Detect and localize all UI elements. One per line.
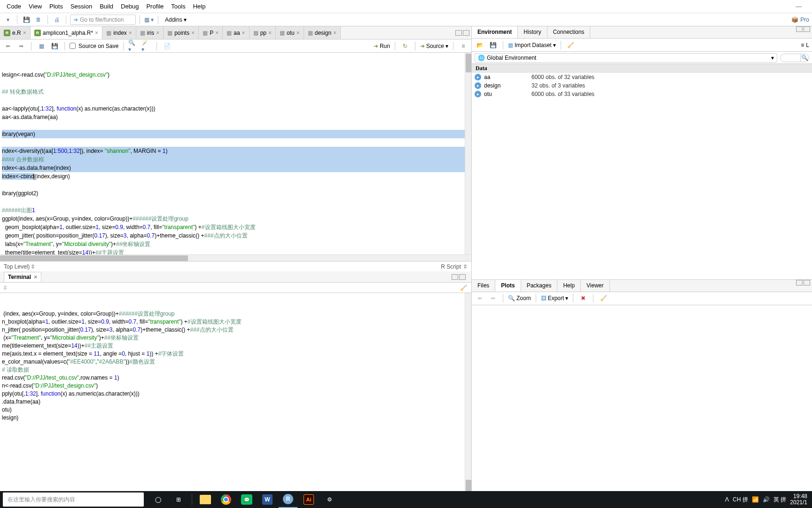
close-icon[interactable]: × [95, 30, 98, 36]
file-explorer-icon[interactable] [196, 491, 215, 508]
tab-connections[interactable]: Connections [547, 26, 591, 38]
tab-otu[interactable]: ▦otu× [276, 26, 304, 39]
terminal-tab[interactable]: Terminal × [4, 272, 41, 282]
language-indicator[interactable]: 英 拼 [773, 496, 786, 504]
menu-profile[interactable]: Profile [142, 1, 167, 12]
wechat-icon[interactable]: 💬 [237, 491, 256, 508]
new-file-icon[interactable]: ▾ [3, 15, 13, 25]
import-dataset-button[interactable]: ▦Import Dataset▾ [508, 42, 556, 48]
tray-chevron-icon[interactable]: ᐱ [725, 496, 729, 503]
maximize-pane-icon[interactable] [804, 26, 810, 32]
expand-icon[interactable]: ▸ [475, 82, 481, 89]
close-icon[interactable]: × [23, 30, 26, 36]
vertical-scrollbar[interactable] [465, 53, 471, 254]
clear-plots-icon[interactable]: 🧹 [598, 293, 609, 303]
task-view-icon[interactable]: ⊞ [169, 491, 188, 508]
list-view-icon[interactable]: ≡ [801, 42, 804, 48]
tab-environment[interactable]: Environment [472, 26, 518, 38]
menu-tools[interactable]: Tools [167, 1, 189, 12]
expand-icon[interactable]: ▸ [475, 74, 481, 80]
settings-icon[interactable]: ⚙ [320, 491, 339, 508]
rstudio-icon[interactable]: R [279, 491, 297, 508]
script-type[interactable]: R Script [441, 263, 461, 270]
project-icon[interactable]: 📦 [791, 16, 798, 23]
minimize-pane-icon[interactable] [796, 280, 803, 286]
clear-workspace-icon[interactable]: 🧹 [566, 40, 576, 50]
tab-p[interactable]: ▦P× [199, 26, 223, 39]
zoom-button[interactable]: 🔍Zoom [508, 295, 531, 302]
env-item-otu[interactable]: ▸ otu 6000 obs. of 33 variables [472, 90, 812, 98]
tab-viewer[interactable]: Viewer [581, 280, 609, 292]
close-icon[interactable]: × [268, 30, 272, 36]
maximize-pane-icon[interactable] [804, 280, 810, 286]
export-button[interactable]: 🖼Export▾ [541, 295, 569, 302]
remove-plot-icon[interactable]: ✖ [578, 293, 588, 303]
menu-code[interactable]: Code [3, 1, 25, 12]
close-icon[interactable]: × [333, 30, 336, 36]
minimize-pane-icon[interactable] [796, 26, 803, 32]
run-button[interactable]: ➜Run [374, 43, 390, 49]
windows-search[interactable]: 在这里输入你要搜索的内容 [3, 492, 144, 507]
volume-icon[interactable]: 🔊 [763, 496, 770, 503]
search-icon[interactable]: 🔍 [801, 54, 809, 62]
close-icon[interactable]: × [191, 30, 195, 36]
report-icon[interactable]: 📄 [162, 41, 172, 51]
maximize-pane-icon[interactable] [463, 30, 469, 36]
horizontal-scrollbar[interactable] [0, 254, 471, 261]
addins-menu[interactable]: Addins▾ [162, 16, 189, 24]
save-icon[interactable]: 💾 [49, 41, 60, 51]
print-icon[interactable]: 🖨 [52, 15, 62, 25]
load-workspace-icon[interactable]: 📂 [475, 40, 485, 50]
menu-session[interactable]: Session [67, 1, 96, 12]
back-icon[interactable]: ⬅ [3, 41, 13, 51]
close-icon[interactable]: × [297, 30, 300, 36]
clock-date[interactable]: 2021/1 [790, 500, 807, 506]
menu-plots[interactable]: Plots [46, 1, 67, 12]
illustrator-icon[interactable]: Ai [299, 491, 318, 508]
goto-file-function[interactable]: ➜ Go to file/function [70, 15, 136, 25]
source-on-save-checkbox[interactable] [70, 43, 76, 49]
clear-console-icon[interactable]: 🧹 [458, 283, 468, 293]
menu-build[interactable]: Build [96, 1, 117, 12]
source-editor[interactable]: lesign<-read.csv("D://PJJ/test_design.cs… [0, 53, 471, 254]
show-in-new-icon[interactable]: ▦ [36, 41, 47, 51]
environment-search[interactable] [780, 54, 801, 62]
close-icon[interactable]: × [129, 30, 132, 36]
menu-view[interactable]: View [25, 1, 46, 12]
wand-icon[interactable]: 🪄 ▾ [141, 41, 152, 51]
tab-e-r[interactable]: Re.R× [0, 26, 31, 39]
tab-help[interactable]: Help [557, 280, 581, 292]
minimize-pane-icon[interactable] [452, 274, 458, 280]
find-icon[interactable]: 🔍 ▾ [128, 41, 139, 51]
tab-packages[interactable]: Packages [521, 280, 558, 292]
window-minimize-icon[interactable]: — [792, 1, 805, 12]
env-item-aa[interactable]: ▸ aa 6000 obs. of 32 variables [472, 73, 812, 81]
env-item-design[interactable]: ▸ design 32 obs. of 3 variables [472, 81, 812, 90]
next-plot-icon[interactable]: ➡ [488, 293, 498, 303]
forward-icon[interactable]: ➡ [16, 41, 26, 51]
tab-design[interactable]: ▦design× [304, 26, 341, 39]
tab-amplicon1-alpha[interactable]: Ramplicon1_alpha.R*× [31, 26, 102, 39]
vertical-scrollbar[interactable] [465, 293, 471, 495]
scope-indicator[interactable]: Top Level) [4, 263, 30, 270]
menu-debug[interactable]: Debug [117, 1, 142, 12]
save-all-icon[interactable]: 🗎 [33, 15, 44, 25]
tab-history[interactable]: History [518, 26, 547, 38]
save-workspace-icon[interactable]: 💾 [488, 40, 498, 50]
tab-aa[interactable]: ▦aa× [223, 26, 249, 39]
close-icon[interactable]: × [156, 30, 159, 36]
rerun-icon[interactable]: ↻ [400, 41, 410, 51]
maximize-pane-icon[interactable] [459, 274, 466, 280]
expand-icon[interactable]: ▸ [475, 91, 481, 97]
menu-help[interactable]: Help [189, 1, 210, 12]
close-icon[interactable]: × [215, 30, 219, 36]
grid-icon[interactable]: ▦ ▾ [144, 15, 154, 25]
tab-plots[interactable]: Plots [495, 280, 521, 292]
close-icon[interactable]: × [242, 30, 245, 36]
console-output[interactable]: (index, aes(x=Group, y=index, color=Grou… [0, 293, 471, 495]
word-icon[interactable]: W [258, 491, 277, 508]
source-button[interactable]: ➜Source▾ [420, 43, 448, 49]
prev-plot-icon[interactable]: ⬅ [475, 293, 485, 303]
tab-files[interactable]: Files [472, 280, 495, 292]
tab-index[interactable]: ▦index× [102, 26, 136, 39]
